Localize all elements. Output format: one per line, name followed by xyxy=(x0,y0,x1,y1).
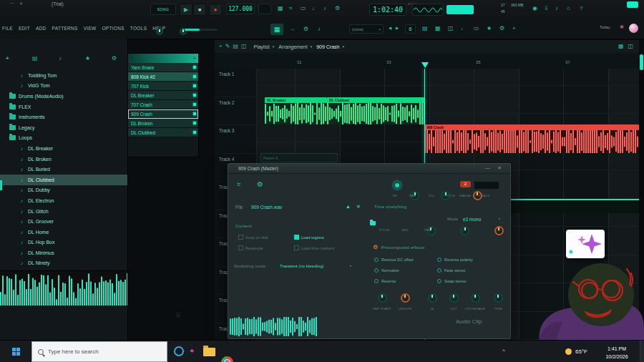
channel-led[interactable] xyxy=(193,66,196,69)
browse-folder-icon[interactable] xyxy=(370,221,376,225)
channel-rack-header[interactable]: + + xyxy=(128,54,198,63)
preview-speaker-icon[interactable]: ♪ xyxy=(59,56,62,62)
show-desktop-strip[interactable] xyxy=(640,341,644,362)
playlist-grid-icon[interactable]: ▦ xyxy=(618,44,624,49)
channel-button[interactable]: DL Breaker xyxy=(128,91,198,100)
effect-swap-stereo[interactable]: Swap stereo xyxy=(437,279,467,283)
on-switch[interactable] xyxy=(394,182,401,189)
browser-item-selected[interactable]: ♪DL Clubbed xyxy=(0,175,127,185)
browser-item[interactable]: Instruments xyxy=(0,112,127,122)
audio-clip-909-crash[interactable]: 909 Crash xyxy=(424,124,639,153)
tab-arrangement[interactable]: Arrangement xyxy=(278,44,307,49)
channel-led[interactable] xyxy=(193,112,196,115)
browser-item[interactable]: ♪DL Broken xyxy=(0,154,127,165)
stop-button[interactable]: ■ xyxy=(193,4,206,16)
playlist-paint-icon[interactable]: ▤ xyxy=(233,44,238,49)
pitch-range-value[interactable]: 2 xyxy=(460,181,471,187)
menu-patterns[interactable]: PATTERNS xyxy=(52,26,78,31)
checkbox-load-regions[interactable]: Load regions xyxy=(294,235,324,240)
taskbar-search[interactable]: Type here to search xyxy=(31,341,167,362)
song-mode-indicator[interactable]: SONG xyxy=(150,4,176,15)
pattern-number-display[interactable]: 6 xyxy=(405,24,416,34)
favorites-button[interactable]: ★ xyxy=(487,26,492,31)
track-header[interactable]: Track 2 xyxy=(215,97,256,126)
midi-icon[interactable]: ♪ xyxy=(555,6,558,11)
cortana-icon[interactable] xyxy=(174,346,184,356)
channel-button-selected[interactable]: 808 Kick #2 xyxy=(128,72,198,82)
browser-item[interactable]: ♪DL Dubby xyxy=(0,185,127,196)
snap-grid-button[interactable]: ▦ xyxy=(270,24,283,35)
audio-clip-dl-clubbed[interactable]: DL Clubbed xyxy=(327,97,424,124)
menu-file[interactable]: FILE xyxy=(2,26,13,31)
channel-led[interactable] xyxy=(193,94,196,97)
browser-item[interactable]: ♪DL Home xyxy=(0,227,127,238)
channel-button[interactable]: 707 Crash xyxy=(128,100,198,109)
wave-icon[interactable]: ≈ xyxy=(289,6,292,11)
browser-item[interactable]: Legacy xyxy=(0,122,127,133)
clip-type-label[interactable]: Audio Clip xyxy=(456,318,482,325)
taskbar-clock[interactable]: 1:41 PM 10/2/2026 xyxy=(597,346,637,361)
browser-item[interactable]: ♪Toidiling Tom xyxy=(0,70,127,81)
update-icon[interactable]: ⇩ xyxy=(544,6,549,11)
weather-temp[interactable]: 65°F xyxy=(575,348,587,355)
mixer-button[interactable]: ♩ xyxy=(461,26,467,31)
declicking-mode-select[interactable]: Transient (no bleeding) xyxy=(280,264,323,268)
time-display[interactable]: 1:02:40 xyxy=(369,4,406,16)
stretch-mul-knob[interactable] xyxy=(460,226,469,235)
metronome-icon[interactable]: ♩ xyxy=(312,6,318,11)
minimize-icon[interactable]: — xyxy=(10,1,14,5)
browser-item[interactable]: ♪DL Buried xyxy=(0,164,127,175)
playlist-pencil-icon[interactable]: ✎ xyxy=(225,44,230,49)
track-routing-display[interactable] xyxy=(474,181,499,190)
menu-options[interactable]: OPTIONS xyxy=(102,26,125,31)
channel-led[interactable] xyxy=(193,84,196,87)
weather-icon[interactable] xyxy=(565,348,572,355)
help-icon[interactable]: ? xyxy=(580,6,582,11)
add-button[interactable]: + xyxy=(512,26,516,31)
track-header[interactable]: Track 3 xyxy=(215,125,256,154)
browser-item[interactable]: FLEX xyxy=(0,102,127,112)
timeline-ruler[interactable]: 31 33 35 37 xyxy=(215,53,639,69)
browser-item[interactable]: ♪DL Groover xyxy=(0,216,127,227)
effect-remove-dc-offset[interactable]: Remove DC offset xyxy=(374,258,414,262)
effect-normalize[interactable]: Normalize xyxy=(374,268,399,273)
play-button[interactable]: ▶ xyxy=(180,4,192,16)
browser-scroll-indicator[interactable] xyxy=(0,180,2,190)
audio-clip-dl-breaker[interactable]: DL Breaker xyxy=(265,97,327,124)
browser-item[interactable]: ♪DL Breaker xyxy=(0,143,127,154)
wrench-icon[interactable]: ⚙ xyxy=(303,26,308,32)
dialog-titlebar[interactable]: 909 Crash (Master) — ✕ xyxy=(228,164,510,174)
playlist-add-icon[interactable]: + xyxy=(219,44,223,49)
envelope-tab-icon[interactable]: ⚙ xyxy=(257,181,263,188)
sample-preview-waveform[interactable] xyxy=(0,270,127,305)
dialog-sample-waveform[interactable] xyxy=(230,317,317,336)
track-header[interactable]: Track 1 xyxy=(215,69,256,97)
channel-button[interactable]: 707 Kick xyxy=(128,82,198,91)
channel-led[interactable] xyxy=(193,122,196,124)
file-explorer-icon[interactable] xyxy=(203,348,215,356)
preview-note-icon[interactable]: ♪ xyxy=(318,26,321,32)
browser-item[interactable]: ♪DL Ninety xyxy=(0,258,127,269)
home-icon[interactable]: ⌂ xyxy=(567,6,570,11)
channel-button[interactable]: DL Clubbed xyxy=(128,128,198,137)
dialog-minimize-icon[interactable]: — xyxy=(485,165,490,170)
scrollbar-thumb[interactable] xyxy=(640,54,643,70)
step-grid-icon[interactable]: ▦ xyxy=(278,6,283,11)
detach-icon[interactable]: ▲ xyxy=(346,204,351,209)
browser-item[interactable]: ♪VidG Tom xyxy=(0,81,127,92)
browser-button[interactable]: ▭ xyxy=(474,26,479,31)
plugin-button[interactable]: ⚙ xyxy=(499,26,504,31)
tray-expand-icon[interactable]: ^ xyxy=(502,348,505,354)
channel-led[interactable] xyxy=(193,103,196,106)
master-volume-slider[interactable] xyxy=(185,29,218,31)
stretch-mode-select[interactable]: e3 mono xyxy=(463,217,481,222)
clip-fragment[interactable] xyxy=(509,199,639,213)
pattern-selector[interactable]: (none) ▾ xyxy=(349,24,384,34)
favorites-star-icon[interactable]: ★ xyxy=(85,56,90,62)
shuffle-knob[interactable] xyxy=(156,28,163,35)
channel-rack-button[interactable]: ▤ xyxy=(422,26,428,31)
browser-item[interactable]: Loops xyxy=(0,133,127,144)
sample-settings-dialog[interactable]: 909 Crash (Master) — ✕ ≈ ⚙ 2 ON PAN VOL … xyxy=(228,163,511,339)
piano-roll-button[interactable]: ▦ xyxy=(435,26,441,31)
playlist-slice-icon[interactable]: ◫ xyxy=(241,44,247,49)
